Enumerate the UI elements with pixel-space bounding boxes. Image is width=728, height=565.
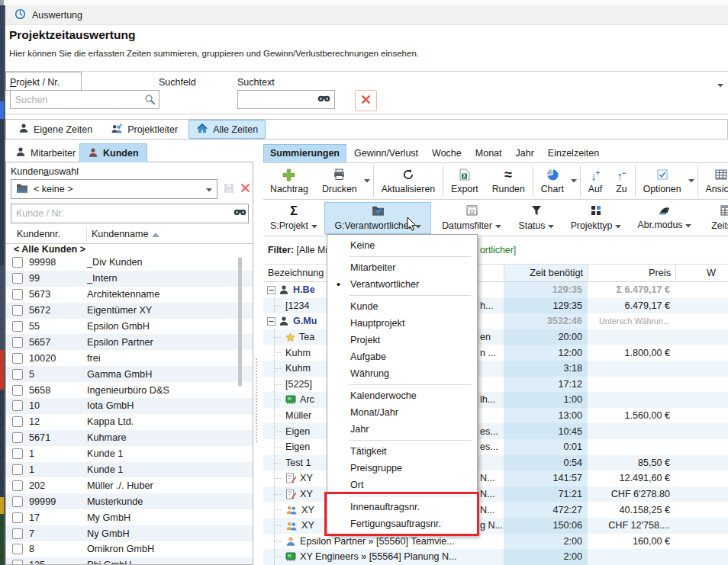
expander-icon[interactable] [267, 286, 275, 294]
customer-row[interactable]: 5658 Ingenieurbüro D&S [6, 382, 253, 398]
customer-checkbox[interactable] [12, 273, 23, 284]
toolbar-button[interactable]: Ansicht [699, 163, 728, 199]
column-waehrung[interactable]: W [675, 265, 728, 281]
grouping-toolbar-button[interactable]: Σ S:Projekt [265, 202, 323, 234]
dropdown-arrow-icon[interactable] [495, 220, 501, 231]
dropdown-arrow-icon[interactable] [548, 220, 554, 231]
result-tab[interactable]: Woche [426, 145, 468, 162]
menu-item[interactable]: Monat/Jahr [327, 404, 477, 421]
customer-checkbox[interactable] [12, 432, 23, 443]
toolbar-button[interactable]: Nachtrag [263, 163, 315, 199]
menu-item[interactable]: Preisgruppe [327, 460, 477, 477]
clear-selection-button[interactable] [238, 181, 252, 197]
grouping-toolbar-button[interactable]: 12 Datumsfilter [433, 202, 511, 234]
toolbar-button[interactable]: Aktualisieren [375, 163, 442, 199]
customer-checkbox[interactable] [12, 480, 23, 491]
customer-checkbox[interactable] [12, 560, 23, 564]
dropdown-arrow-icon[interactable] [311, 220, 317, 231]
grouping-toolbar-button[interactable]: Projekttyp [562, 202, 630, 234]
scope-tab[interactable]: Alle Zeiten [188, 120, 266, 139]
menu-item[interactable]: Tätigkeit [327, 443, 477, 460]
customer-row[interactable]: 5 Gamma GmbH [6, 366, 253, 382]
customer-row[interactable]: 202 Müller ./. Huber [6, 477, 253, 493]
customer-checkbox[interactable] [12, 353, 23, 364]
kundenauswahl-select[interactable]: < keine > [11, 179, 217, 199]
expander-icon[interactable] [267, 317, 275, 326]
customer-row[interactable]: 125 Phi GmbH [6, 557, 253, 564]
customer-row[interactable]: 1 Kunde 1 [6, 462, 253, 478]
customer-checkbox[interactable] [12, 448, 23, 459]
save-selection-button[interactable] [221, 181, 237, 197]
toolbar-button[interactable]: Optionen [636, 163, 688, 199]
menu-item[interactable]: Keine [327, 237, 477, 254]
menu-item[interactable]: Ort [327, 477, 477, 493]
all-kunden-row[interactable]: < Alle Kunden > [6, 244, 253, 255]
customer-checkbox[interactable] [12, 385, 23, 396]
toolbar-button[interactable]: ↓+ Auf [581, 163, 609, 199]
customer-checkbox[interactable] [12, 512, 23, 523]
customer-checkbox[interactable] [12, 369, 23, 380]
toolbar-dropdown-arrow[interactable] [688, 163, 697, 199]
customer-checkbox[interactable] [12, 496, 23, 507]
customer-checkbox[interactable] [12, 305, 23, 316]
toolbar-dropdown-arrow[interactable] [571, 163, 579, 199]
customer-checkbox[interactable] [12, 257, 23, 268]
customer-row[interactable]: 5673 Architektenname [6, 287, 253, 303]
result-tab[interactable]: Summierungen [263, 144, 346, 162]
column-kundenname[interactable]: Kundenname [92, 229, 159, 239]
customer-checkbox[interactable] [12, 337, 23, 348]
kunde-search-input[interactable] [11, 204, 249, 223]
tab-mitarbeiter[interactable]: Mitarbeiter [8, 143, 83, 162]
toolbar-dropdown-arrow[interactable] [364, 163, 372, 199]
menu-item[interactable]: Währung [327, 365, 477, 382]
result-tab[interactable]: Jahr [510, 145, 540, 162]
customer-row[interactable]: 10020 frei [6, 350, 253, 366]
customer-row[interactable]: 7 Ny GmbH [6, 525, 253, 541]
menu-item[interactable]: Jahr [327, 421, 477, 438]
toolbar-button[interactable]: X Export [444, 163, 485, 199]
column-kundennr[interactable]: Kundennr. [17, 229, 60, 239]
result-tab[interactable]: Monat [469, 145, 508, 162]
menu-item[interactable]: Kalenderwoche [327, 387, 477, 404]
toolbar-button[interactable]: Drucken [315, 163, 364, 199]
customer-checkbox[interactable] [12, 544, 23, 554]
column-preis[interactable]: Preis [588, 265, 675, 281]
search-icon[interactable] [144, 94, 158, 106]
customer-row[interactable]: 55 Epsilon GmbH [6, 319, 253, 335]
project-search-input[interactable] [10, 90, 159, 109]
customer-row[interactable]: 17 My GmbH [6, 509, 253, 525]
grouping-toolbar-button[interactable]: Abr.modus [631, 202, 698, 234]
clear-search-button[interactable] [355, 90, 377, 111]
result-row[interactable]: XY Engineers » [55564] Planung N... 2:00 [263, 549, 728, 565]
customer-row[interactable]: 5672 Eigentümer XY [6, 303, 253, 319]
column-zeit-benoetigt[interactable]: Zeit benötigt [504, 265, 588, 281]
scope-tab[interactable]: Projektleiter [103, 120, 185, 139]
customer-row[interactable]: 10 Iota GmbH [6, 398, 253, 414]
menu-item[interactable]: • Verantwortlicher [327, 276, 477, 293]
menu-item[interactable]: Aufgabe [327, 348, 477, 365]
customer-row[interactable]: 99999 Musterkunde [6, 493, 253, 509]
dropdown-arrow-icon[interactable] [685, 220, 691, 230]
toolbar-button[interactable]: ≈ Runden [485, 163, 532, 199]
scrollbar-thumb[interactable] [238, 257, 242, 387]
menu-item[interactable]: Mitarbeiter [327, 259, 477, 276]
customer-row[interactable]: 1 Kunde 1 [6, 446, 253, 462]
toolbar-button[interactable]: ↑− Zu [609, 163, 633, 199]
customer-checkbox[interactable] [12, 400, 23, 411]
menu-item[interactable]: Kunde [327, 298, 477, 315]
tab-kunden[interactable]: Kunden [79, 143, 147, 162]
customer-row[interactable]: 99998 _Div Kunden [6, 255, 253, 271]
customer-row[interactable]: 8 Omikron GmbH [6, 541, 253, 557]
grouping-toolbar-button[interactable]: Zeitst.s [700, 202, 728, 234]
dropdown-arrow-icon[interactable] [615, 220, 621, 231]
binoculars-icon[interactable] [317, 94, 331, 106]
customer-row[interactable]: 99 _Intern [6, 271, 253, 287]
binoculars-icon[interactable] [234, 207, 246, 218]
customer-row[interactable]: 5657 Epsilon Partner [6, 334, 253, 350]
customer-checkbox[interactable] [12, 321, 23, 332]
customer-checkbox[interactable] [12, 289, 23, 300]
customer-checkbox[interactable] [12, 528, 23, 539]
customer-row[interactable]: 12 Kappa Ltd. [6, 414, 253, 430]
scope-tab[interactable]: Eigene Zeiten [11, 120, 100, 139]
toolbar-button[interactable]: Chart [534, 163, 571, 199]
